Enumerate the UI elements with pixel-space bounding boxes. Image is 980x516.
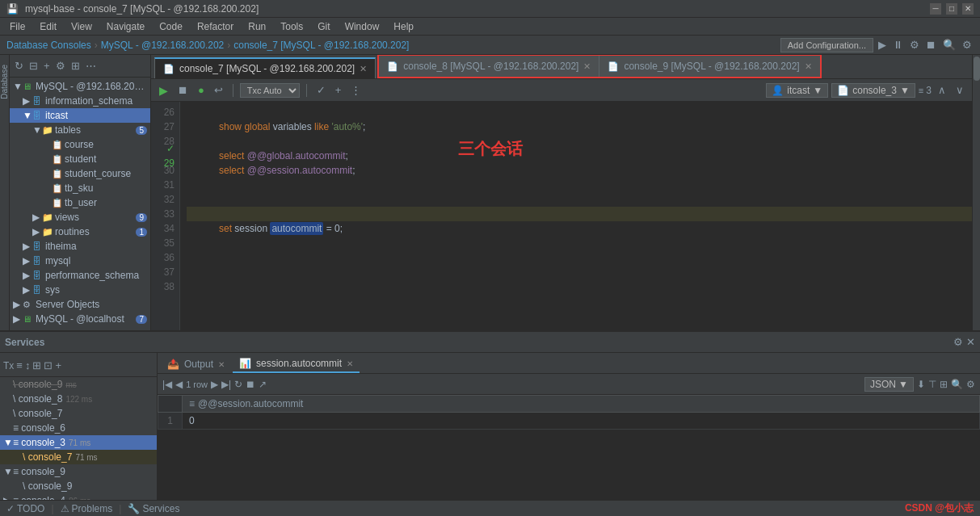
db-tree-item-sys[interactable]: ▶ 🗄 sys xyxy=(10,283,150,297)
plus-icon[interactable]: + xyxy=(332,82,345,98)
db-tree-item-views[interactable]: ▶ 📁 views 9 xyxy=(10,210,150,224)
minimize-button[interactable]: ─ xyxy=(930,3,941,15)
breadcrumb-database-consoles[interactable]: Database Consoles xyxy=(6,40,91,51)
services-item-console8[interactable]: \ console_8 122 ms xyxy=(0,392,157,406)
tab-console-7[interactable]: 📄 console_7 [MySQL - @192.168.200.202] ✕ xyxy=(154,57,376,78)
menu-run[interactable]: Run xyxy=(242,19,272,34)
settings-icon[interactable]: ⚙ xyxy=(961,37,974,52)
services-item-console9-group[interactable]: ▼ ≡ console_9 xyxy=(0,464,157,479)
tab-output[interactable]: 📤 Output ✕ xyxy=(161,355,231,373)
db-tree-item-server-objects[interactable]: ▶ ⚙ Server Objects xyxy=(10,297,150,312)
transaction-mode-select[interactable]: Txc Auto xyxy=(240,83,300,98)
menu-tools[interactable]: Tools xyxy=(274,19,309,34)
stop-button[interactable]: ⏹ xyxy=(175,82,191,98)
db-tree-item-student[interactable]: 📋 student xyxy=(10,152,150,166)
tab-console-8[interactable]: 📄 console_8 [MySQL - @192.168.200.202] ✕ xyxy=(379,56,599,77)
breadcrumb-console[interactable]: console_7 [MySQL - @192.168.200.202] xyxy=(233,40,409,51)
refresh-output-icon[interactable]: ↻ xyxy=(234,379,242,390)
columns-icon[interactable]: ⊞ xyxy=(940,379,948,390)
db-tree-item-info-schema[interactable]: ▶ 🗄 information_schema xyxy=(10,94,150,108)
menu-git[interactable]: Git xyxy=(311,19,336,34)
db-tree-item-itcast[interactable]: ▼ 🗄 itcast xyxy=(10,108,150,123)
maximize-button[interactable]: □ xyxy=(946,3,957,15)
settings-db-icon[interactable]: ⚙ xyxy=(54,58,67,73)
tab-session-close[interactable]: ✕ xyxy=(347,359,353,368)
menu-view[interactable]: View xyxy=(65,19,99,34)
services-item-console4[interactable]: ▶ ≡ console_4 86 ms xyxy=(0,493,157,500)
add-services-icon[interactable]: + xyxy=(55,359,61,371)
coverage-icon[interactable]: ⚙ xyxy=(908,37,921,52)
menu-edit[interactable]: Edit xyxy=(33,19,63,34)
db-tree-item-student-course[interactable]: 📋 student_course xyxy=(10,166,150,181)
stop-output-icon[interactable]: ⏹ xyxy=(246,379,255,390)
stop-icon[interactable]: ⏹ xyxy=(924,37,938,52)
refresh-icon[interactable]: ↻ xyxy=(13,58,25,73)
tab-close-7[interactable]: ✕ xyxy=(360,64,367,74)
code-content[interactable]: show global variables like 'auto%'; sele… xyxy=(180,102,972,330)
services-item-console7-child[interactable]: \ console_7 71 ms xyxy=(0,450,157,464)
filter-output-icon[interactable]: ⊤ xyxy=(928,379,936,390)
services-status[interactable]: 🔧 Services xyxy=(128,503,179,514)
menu-code[interactable]: Code xyxy=(153,19,189,34)
rollback-button[interactable]: ↩ xyxy=(211,82,226,98)
code-editor[interactable]: 26 27 28 ✓ 29 30 31 32 33 34 35 36 37 38 xyxy=(151,102,972,330)
zoom-icon[interactable]: 🔍 xyxy=(951,379,963,390)
export-icon[interactable]: ↗ xyxy=(259,379,267,390)
services-item-console6[interactable]: ≡ console_6 xyxy=(0,421,157,435)
add-configuration-button[interactable]: Add Configuration... xyxy=(780,38,873,52)
problems-status[interactable]: ⚠ Problems xyxy=(61,503,113,514)
db-tree-item-tb-user[interactable]: 📋 tb_user xyxy=(10,195,150,210)
tab-session-autocommit[interactable]: 📊 session.autocommit ✕ xyxy=(233,355,360,373)
db-tree-item-tables[interactable]: ▼ 📁 tables 5 xyxy=(10,123,150,137)
db-tree-item-perf-schema[interactable]: ▶ 🗄 performance_schema xyxy=(10,268,150,283)
expand-icon[interactable]: ∧ xyxy=(935,82,949,98)
services-item-console9-top[interactable]: \ console_9 ms xyxy=(0,377,157,392)
expand-services-icon[interactable]: ⊡ xyxy=(44,359,53,371)
group-icon[interactable]: ⊞ xyxy=(32,359,41,371)
nav-first-icon[interactable]: |◀ xyxy=(162,379,172,390)
close-button[interactable]: ✕ xyxy=(962,3,974,15)
format-icon[interactable]: ⋮ xyxy=(347,82,364,98)
menu-file[interactable]: File xyxy=(3,19,32,34)
more-icon[interactable]: ⋯ xyxy=(84,58,98,73)
db-tree-item-mysql[interactable]: ▶ 🗄 mysql xyxy=(10,254,150,268)
check-icon[interactable]: ✓ xyxy=(313,82,329,98)
filter-icon[interactable]: ⊞ xyxy=(69,58,82,73)
db-tree-item-course[interactable]: 📋 course xyxy=(10,137,150,152)
db-tree-item-itheima[interactable]: ▶ 🗄 itheima xyxy=(10,239,150,254)
nav-prev-icon[interactable]: ◀ xyxy=(175,379,183,390)
nav-next-icon[interactable]: ▶ xyxy=(211,379,218,390)
collapse-icon[interactable]: ∨ xyxy=(953,82,967,98)
services-item-console3[interactable]: ▼ ≡ console_3 71 ms xyxy=(0,435,157,450)
menu-help[interactable]: Help xyxy=(387,19,420,34)
todo-status[interactable]: ✓ TODO xyxy=(6,503,44,514)
breadcrumb-mysql-host[interactable]: MySQL - @192.168.200.202 xyxy=(101,40,225,51)
list-icon[interactable]: ≡ xyxy=(16,359,23,371)
gear-bottom-icon[interactable]: ⚙ xyxy=(953,336,963,348)
sort-icon[interactable]: ↕ xyxy=(25,359,31,371)
settings-output-icon[interactable]: ⚙ xyxy=(966,379,975,390)
tab-close-9[interactable]: ✕ xyxy=(805,61,812,72)
tab-close-8[interactable]: ✕ xyxy=(583,61,591,72)
run-button[interactable]: ▶ xyxy=(156,82,171,99)
db-tree-item-tb-sku[interactable]: 📋 tb_sku xyxy=(10,181,150,195)
services-item-console9-child[interactable]: \ console_9 xyxy=(0,479,157,493)
tab-output-close[interactable]: ✕ xyxy=(218,360,225,369)
close-bottom-icon[interactable]: ✕ xyxy=(966,336,975,348)
add-icon[interactable]: + xyxy=(42,58,52,73)
collapse-icon[interactable]: ⊟ xyxy=(27,58,40,73)
db-tree-item-routines[interactable]: ▶ 📁 routines 1 xyxy=(10,224,150,239)
services-item-console7[interactable]: \ console_7 xyxy=(0,406,157,421)
database-label[interactable]: Database xyxy=(0,65,9,99)
scrollbar-thumb[interactable] xyxy=(974,57,980,81)
menu-refactor[interactable]: Refactor xyxy=(191,19,240,34)
menu-navigate[interactable]: Navigate xyxy=(100,19,151,34)
db-tree-item-mysql-host[interactable]: ▼ 🖥 MySQL - @192.168.200.202 xyxy=(10,79,150,94)
search-icon[interactable]: 🔍 xyxy=(941,37,957,52)
nav-last-icon[interactable]: ▶| xyxy=(221,379,231,390)
tab-console-9[interactable]: 📄 console_9 [MySQL - @192.168.200.202] ✕ xyxy=(599,56,819,77)
commit-button[interactable]: ● xyxy=(195,82,208,98)
menu-window[interactable]: Window xyxy=(339,19,386,34)
download-icon[interactable]: ⬇ xyxy=(917,379,925,390)
run-icon[interactable]: ▶ xyxy=(877,37,888,52)
